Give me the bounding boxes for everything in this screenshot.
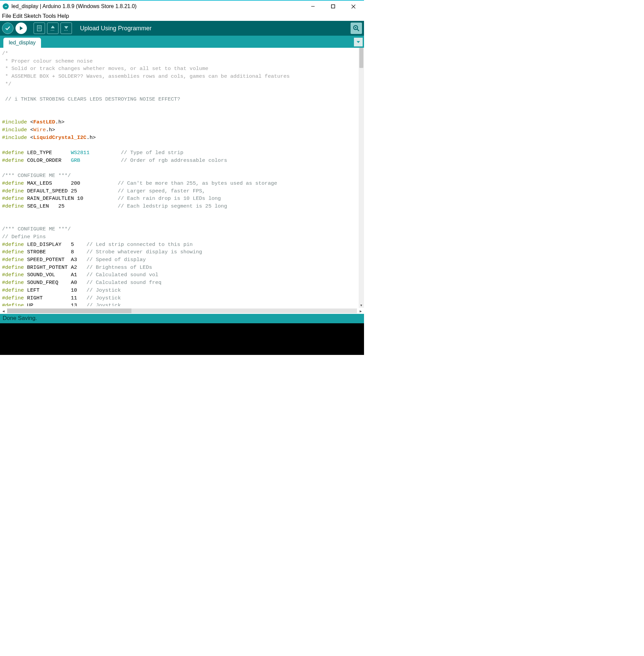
code-comment: // Speed of display	[86, 257, 146, 263]
code-line: // i THINK STROBING CLEARS LEDS DESTROYI…	[5, 96, 183, 102]
code-kw: #define	[2, 150, 24, 156]
code-comment: /*** CONFIGURE ME ***/	[2, 226, 71, 232]
code-kw: #include	[2, 119, 27, 125]
code-editor[interactable]: /* * Proper colour scheme noise * Solid …	[0, 48, 364, 306]
code-comment: // Each rain drop is 10 LEDs long	[118, 195, 221, 201]
code-comment: // Larger speed, faster FPS,	[118, 188, 205, 194]
code-kw: #define	[2, 242, 24, 247]
close-button[interactable]	[349, 2, 358, 11]
code-kw: #define	[2, 302, 24, 306]
code-kw: #define	[2, 272, 24, 278]
toolbar: Upload Using Programmer	[0, 21, 364, 36]
menu-file[interactable]: File	[2, 13, 11, 20]
code-text: LED_TYPE	[24, 150, 71, 156]
minimize-button[interactable]	[308, 2, 318, 11]
code-comment: // Joystick	[86, 287, 121, 293]
vertical-scrollbar[interactable]: ▴ ▾	[359, 48, 364, 308]
new-button[interactable]	[33, 23, 45, 34]
code-text: MAX_LEDS 200	[24, 180, 118, 187]
code-const: WS2811	[71, 150, 90, 156]
maximize-button[interactable]	[328, 2, 338, 11]
open-button[interactable]	[47, 23, 59, 34]
minimize-icon	[311, 4, 315, 8]
code-text: SPEED_POTENT A3	[24, 257, 86, 263]
code-comment: /*** CONFIGURE ME ***/	[2, 173, 71, 179]
maximize-icon	[331, 4, 335, 8]
code-kw: #define	[2, 188, 24, 194]
scroll-down-icon[interactable]: ▾	[359, 302, 364, 308]
code-kw: #define	[2, 249, 24, 255]
titlebar: ∞ led_display | Arduino 1.8.9 (Windows S…	[0, 0, 364, 12]
code-comment: // Strobe whatever display is showing	[86, 249, 202, 255]
code-text: SOUND_VOL A1	[24, 272, 86, 278]
menu-help[interactable]: Help	[57, 13, 69, 20]
code-lib: LiquidCrystal_I2C	[33, 135, 86, 140]
code-kw: #define	[2, 203, 24, 209]
arrow-up-icon	[49, 25, 56, 32]
svg-marker-16	[356, 41, 360, 43]
code-text: SEG_LEN 25	[24, 203, 118, 209]
code-line: * Solid or track changes whether moves, …	[2, 66, 208, 72]
scroll-left-icon[interactable]: ◂	[0, 308, 7, 313]
scroll-right-icon[interactable]: ▸	[357, 308, 364, 313]
svg-rect-1	[331, 5, 335, 8]
horizontal-scrollbar[interactable]: ◂ ▸	[0, 308, 364, 314]
code-kw: #define	[2, 195, 24, 201]
svg-marker-9	[51, 26, 55, 28]
serial-monitor-button[interactable]	[350, 23, 362, 34]
toolbar-tooltip: Upload Using Programmer	[80, 25, 152, 32]
code-kw: #define	[2, 264, 24, 270]
code-comment: // Led strip connected to this pin	[86, 242, 192, 247]
tab-menu-button[interactable]	[354, 38, 363, 46]
code-comment: // Type of led strip	[89, 150, 183, 156]
code-comment: // Joystick	[86, 295, 121, 301]
code-text: SOUND_FREQ A0	[24, 280, 86, 286]
code-comment: // Each ledstrip segment is 25 long	[118, 203, 227, 209]
code-text: RAIN_DEFAULTLEN 10	[24, 195, 118, 201]
code-comment: // Calculated sound freq	[86, 280, 161, 286]
console-output[interactable]	[0, 323, 364, 355]
code-kw: #include	[2, 127, 27, 133]
code-text: <	[27, 135, 33, 140]
arrow-down-icon	[63, 25, 70, 32]
code-text: <	[27, 119, 33, 125]
code-text: LED_DISPLAY 5	[24, 242, 86, 247]
menu-tools[interactable]: Tools	[43, 13, 56, 20]
chevron-down-icon	[356, 40, 360, 44]
code-text: COLOR_ORDER	[24, 157, 71, 163]
arrow-right-icon	[18, 25, 24, 31]
code-line: * Proper colour scheme noise	[2, 58, 93, 64]
code-const: GRB	[71, 157, 80, 163]
verify-button[interactable]	[2, 23, 14, 34]
code-comment: // Order of rgb addressable colors	[80, 157, 227, 163]
code-kw: #define	[2, 257, 24, 263]
code-text: BRIGHT_POTENT A2	[24, 264, 86, 270]
code-comment: // Calculated sound vol	[86, 272, 158, 278]
code-text: STROBE 8	[24, 249, 86, 255]
menu-sketch[interactable]: Sketch	[24, 13, 41, 20]
hscroll-track[interactable]	[7, 308, 357, 313]
tab-led-display[interactable]: led_display	[3, 38, 41, 48]
code-lib: FastLED	[33, 119, 55, 125]
code-comment: // Can't be more than 255, as bytes used…	[118, 180, 277, 187]
save-button[interactable]	[61, 23, 72, 34]
menu-edit[interactable]: Edit	[13, 13, 22, 20]
svg-rect-5	[37, 26, 41, 31]
code-line: /*	[2, 50, 8, 57]
code-comment: // Define Pins	[2, 234, 46, 240]
magnifier-icon	[352, 25, 360, 32]
code-comment: // Joystick	[86, 302, 121, 306]
check-icon	[5, 25, 11, 31]
code-text: .h>	[46, 127, 55, 133]
menubar: File Edit Sketch Tools Help	[0, 12, 364, 21]
hscroll-thumb[interactable]	[7, 308, 132, 313]
code-text: .h>	[55, 119, 65, 125]
arduino-icon: ∞	[3, 3, 9, 9]
code-kw: #include	[2, 135, 27, 140]
editor-area: /* * Proper colour scheme noise * Solid …	[0, 48, 364, 308]
code-line: * ASSEMBLE BOX + SOLDER?? Waves, assembl…	[2, 73, 290, 80]
upload-button[interactable]	[16, 23, 27, 34]
svg-point-14	[355, 27, 356, 28]
code-line: */	[2, 81, 12, 87]
vscroll-thumb[interactable]	[359, 48, 363, 68]
